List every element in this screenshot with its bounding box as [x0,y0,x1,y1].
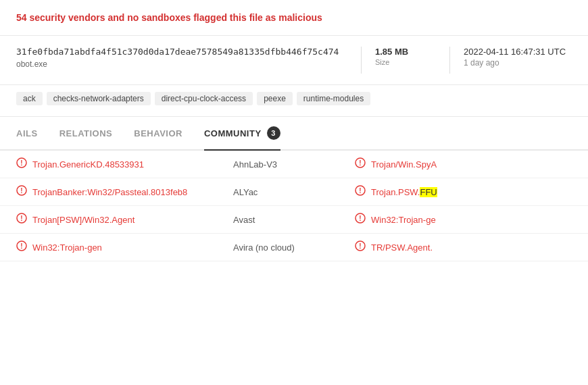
detection-name-right: TR/PSW.Agent. [371,242,433,253]
file-date-block: 2022-04-11 16:47:31 UTC 1 day ago [464,47,572,68]
detection-right-cell: ! Win32:Trojan-ge [355,213,572,226]
file-size-block: 1.85 MB Size [375,47,436,66]
warning-icon-right: ! [355,213,366,226]
detection-name-right: Trojan.PSW.FFU [371,187,437,197]
vendor-name: Avira (no cloud) [233,242,355,253]
file-size-value: 1.85 MB [375,47,436,57]
detection-name-left: Win32:Trojan-gen [32,242,102,253]
tag-item: peexe [257,92,293,105]
divider-1 [361,47,362,74]
svg-text:!: ! [20,159,22,167]
detection-right-cell: ! Trojan/Win.SpyA [355,157,572,171]
detection-right-cell: ! TR/PSW.Agent. [355,240,572,254]
detection-name-right: Win32:Trojan-ge [371,215,436,225]
tab-relations[interactable]: RELATIONS [59,119,113,149]
svg-text:!: ! [359,159,361,167]
alert-text: 54 security vendors and no sandboxes fla… [16,12,322,23]
tags-section: ackchecks-network-adaptersdirect-cpu-clo… [0,85,588,117]
warning-icon-left: ! [16,213,27,226]
file-info-section: 31fe0fbda71abdfa4f51c370d0da17deae757854… [0,36,588,85]
svg-text:!: ! [20,242,22,250]
svg-text:!: ! [359,242,361,250]
detection-row: ! TrojanBanker:Win32/Passteal.8013feb8AL… [0,178,588,206]
file-date-value: 2022-04-11 16:47:31 UTC [464,47,572,57]
divider-2 [449,47,450,74]
tab-label-community: COMMUNITY 3 [204,126,280,140]
tabs-section: AILSRELATIONSBEHAVIOR COMMUNITY 3 [0,117,588,151]
tab-community[interactable]: COMMUNITY 3 [204,117,280,151]
file-hash-block: 31fe0fbda71abdfa4f51c370d0da17deae757854… [16,47,347,69]
detection-name-left: Trojan[PSW]/Win32.Agent [32,215,134,225]
tab-details[interactable]: AILS [16,119,38,149]
detection-left-cell: ! Win32:Trojan-gen [16,240,233,254]
file-date-ago: 1 day ago [464,58,572,68]
file-size-label: Size [375,58,436,66]
detections-table: ! Trojan.GenericKD.48533931AhnLab-V3 ! T… [0,151,588,261]
warning-icon-left: ! [16,240,27,254]
warning-icon-right: ! [355,157,366,171]
tab-badge-community: 3 [267,126,280,140]
warning-icon-left: ! [16,157,27,171]
warning-icon-left: ! [16,185,27,199]
tag-item: direct-cpu-clock-access [155,92,253,105]
tab-behavior[interactable]: BEHAVIOR [134,119,182,149]
svg-text:!: ! [359,215,361,222]
vendor-name: AhnLab-V3 [233,159,355,170]
tag-item: runtime-modules [297,92,370,105]
vendor-name: ALYac [233,187,355,197]
detection-name-left: Trojan.GenericKD.48533931 [32,159,144,170]
detection-name-right: Trojan/Win.SpyA [371,159,437,170]
tag-item: checks-network-adapters [47,92,151,105]
highlight-text: FFU [420,187,437,197]
detection-row: ! Trojan[PSW]/Win32.AgentAvast ! Win32:T… [0,206,588,234]
file-hash: 31fe0fbda71abdfa4f51c370d0da17deae757854… [16,47,347,57]
svg-text:!: ! [20,215,22,222]
tab-text-community: COMMUNITY [204,128,262,138]
detection-row: ! Win32:Trojan-genAvira (no cloud) ! TR/… [0,234,588,261]
file-name: obot.exe [16,59,347,69]
alert-banner: 54 security vendors and no sandboxes fla… [0,0,588,36]
detection-right-cell: ! Trojan.PSW.FFU [355,185,572,199]
svg-text:!: ! [20,187,22,195]
warning-icon-right: ! [355,185,366,199]
tag-item: ack [16,92,43,105]
detection-left-cell: ! Trojan.GenericKD.48533931 [16,157,233,171]
vendor-name: Avast [233,215,355,225]
svg-text:!: ! [359,187,361,195]
detection-left-cell: ! TrojanBanker:Win32/Passteal.8013feb8 [16,185,233,199]
detection-row: ! Trojan.GenericKD.48533931AhnLab-V3 ! T… [0,151,588,178]
warning-icon-right: ! [355,240,366,254]
detection-name-left: TrojanBanker:Win32/Passteal.8013feb8 [32,187,187,197]
detection-left-cell: ! Trojan[PSW]/Win32.Agent [16,213,233,226]
